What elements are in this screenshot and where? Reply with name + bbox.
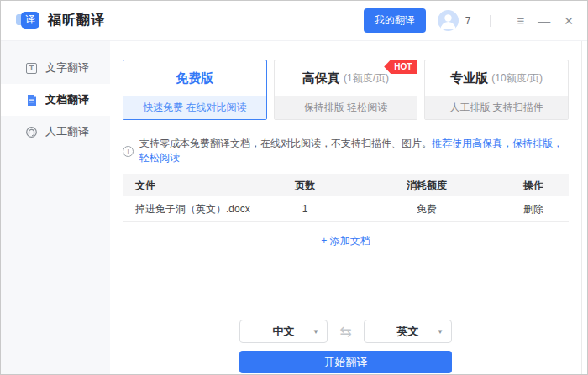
manual-translate-icon (25, 126, 38, 138)
notice-text: 支持零成本免费翻译文档，在线对比阅读，不支持扫描件、图片。推荐使用高保真，保持排… (139, 137, 569, 165)
plan-card-high-fidelity[interactable]: HOT 高保真 (1额度/页) 保持排版 轻松阅读 (274, 60, 418, 120)
close-icon[interactable]: ✕ (564, 15, 574, 27)
language-row: 中文 ▼ ⇆ 英文 ▼ (239, 320, 452, 343)
table-row: 掉进兔子洞（英文）.docx 1 免费 删除 (123, 196, 569, 222)
plan-title: 免费版 (176, 70, 213, 86)
plan-cards: 免费版 快速免费 在线对比阅读 HOT 高保真 (1额度/页) 保持排版 轻松阅… (123, 60, 569, 120)
delete-link[interactable]: 删除 (523, 203, 543, 215)
app-title: 福昕翻译 (48, 12, 105, 29)
sidebar-item-label: 人工翻译 (45, 124, 89, 139)
sidebar-item-label: 文字翻译 (45, 60, 89, 76)
table-header-row: 文件 页数 消耗额度 操作 (123, 174, 569, 196)
plan-subtitle: 快速免费 在线对比阅读 (123, 96, 266, 119)
minimize-icon[interactable]: — (538, 14, 550, 27)
sidebar: T 文字翻译 文档翻译 (1, 41, 110, 374)
text-translate-icon: T (25, 62, 38, 75)
target-language-select[interactable]: 英文 ▼ (364, 320, 452, 343)
target-language-value: 英文 (397, 324, 419, 339)
sidebar-item-document-translate[interactable]: 文档翻译 (1, 84, 110, 116)
file-cost: 免费 (355, 202, 498, 216)
body: T 文字翻译 文档翻译 (1, 41, 587, 374)
plan-subtitle: 人工排版 支持扫描件 (425, 96, 568, 119)
plan-card-professional[interactable]: 专业版 (10额度/页) 人工排版 支持扫描件 (424, 60, 569, 120)
swap-languages-icon[interactable]: ⇆ (328, 323, 364, 341)
add-document-link[interactable]: + 添加文档 (123, 234, 569, 248)
source-language-select[interactable]: 中文 ▼ (239, 320, 328, 343)
translate-controls: 中文 ▼ ⇆ 英文 ▼ 开始翻译 (239, 320, 452, 373)
col-header-file: 文件 (123, 179, 255, 193)
plan-title: 专业版 (450, 70, 488, 86)
document-translate-icon (25, 94, 38, 107)
source-language-value: 中文 (273, 324, 295, 339)
header-divider (490, 15, 491, 27)
col-header-action: 操作 (498, 179, 569, 193)
document-table: 文件 页数 消耗额度 操作 掉进兔子洞（英文）.docx 1 免费 删除 (123, 174, 569, 222)
chevron-down-icon: ▼ (312, 328, 319, 336)
header: 译 福昕翻译 我的翻译 7 ≡ — ✕ (1, 1, 587, 41)
notice-bar: i 支持零成本免费翻译文档，在线对比阅读，不支持扫描件、图片。推荐使用高保真，保… (123, 137, 569, 165)
header-right: 我的翻译 7 ≡ — ✕ (364, 8, 574, 33)
hot-badge: HOT (384, 60, 417, 74)
app-logo-icon: 译 (16, 11, 39, 31)
user-avatar[interactable] (438, 10, 459, 31)
credit-count: 7 (465, 15, 471, 27)
plan-card-free[interactable]: 免费版 快速免费 在线对比阅读 (123, 60, 267, 120)
plan-title: 高保真 (302, 70, 340, 86)
person-icon (438, 10, 459, 31)
file-name: 掉进兔子洞（英文）.docx (123, 202, 255, 216)
file-pages: 1 (255, 203, 355, 215)
plan-subtitle: 保持排版 轻松阅读 (275, 96, 417, 119)
sidebar-item-label: 文档翻译 (45, 92, 89, 107)
menu-icon[interactable]: ≡ (517, 14, 525, 27)
sidebar-item-text-translate[interactable]: T 文字翻译 (1, 52, 110, 84)
col-header-pages: 页数 (255, 179, 355, 193)
sidebar-item-manual-translate[interactable]: 人工翻译 (1, 116, 110, 148)
start-translate-button[interactable]: 开始翻译 (239, 351, 452, 373)
main-content: 免费版 快速免费 在线对比阅读 HOT 高保真 (1额度/页) 保持排版 轻松阅… (110, 41, 581, 374)
info-icon: i (123, 146, 134, 157)
scrollbar-track[interactable] (581, 41, 587, 374)
plan-price-note: (10额度/页) (491, 71, 543, 86)
app-window: 译 福昕翻译 我的翻译 7 ≡ — ✕ T 文字翻译 (0, 0, 588, 375)
col-header-cost: 消耗额度 (355, 179, 498, 193)
logo-bubble-icon: 译 (21, 12, 39, 29)
my-translations-button[interactable]: 我的翻译 (364, 8, 426, 33)
chevron-down-icon: ▼ (437, 328, 444, 336)
plan-price-note: (1额度/页) (344, 71, 389, 86)
